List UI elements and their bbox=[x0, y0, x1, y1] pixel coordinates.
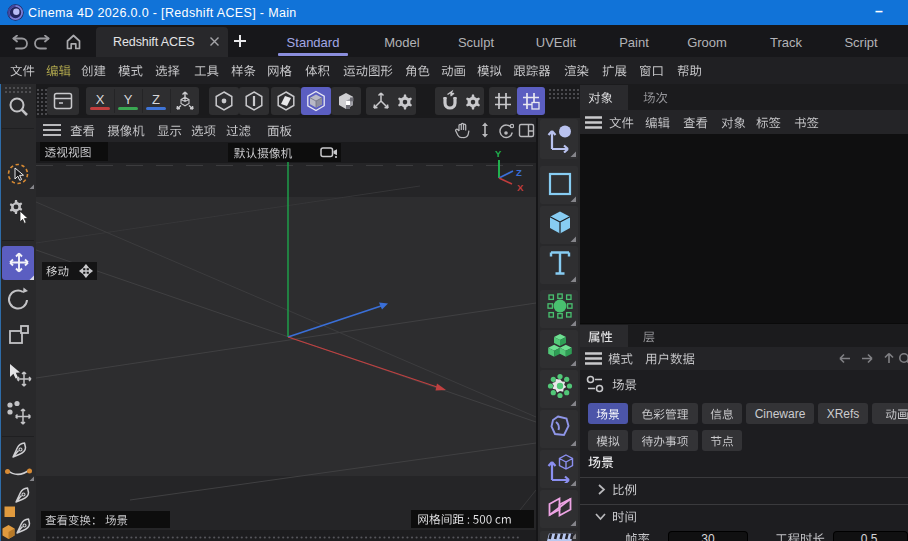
svg-text:X: X bbox=[517, 182, 524, 193]
svg-text:Y: Y bbox=[495, 148, 502, 159]
svg-text:Z: Z bbox=[516, 167, 522, 178]
